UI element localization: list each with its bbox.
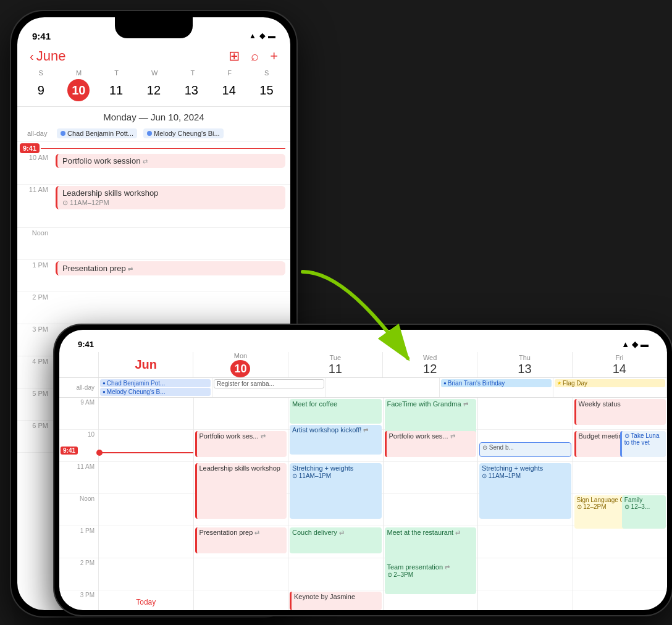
date-11[interactable]: 11 <box>105 79 127 101</box>
p2-wifi-icon: ◆ <box>632 340 638 349</box>
wed-1pm: Meet at the restaurant ⇄ <box>384 526 478 558</box>
p2-time-col-header <box>59 352 99 377</box>
fri-noon: Sign Language Club⊙ 12–2PM Family⊙ 12–3.… <box>573 494 668 526</box>
p2-time-labels: 9 AM 10 11 AM Noon 1 PM 2 PM 3 PM <box>59 398 99 610</box>
star-icon: ★ <box>557 380 561 386</box>
fri-2pm <box>573 558 668 590</box>
p2-col-wed[interactable]: Wed 12 <box>383 352 477 377</box>
p2-time-grid[interactable]: 9 AM 10 11 AM Noon 1 PM 2 PM 3 PM 9 <box>59 398 667 610</box>
weekday-mon: M <box>76 69 82 77</box>
wed-2pm: Team presentation ⇄ ⊙ 2–3PM <box>384 558 478 590</box>
tue-keynote-event[interactable]: Keynote by Jasmine <box>290 592 382 610</box>
allday-event-melody-label: Melody Cheung's Bi... <box>154 130 220 137</box>
p2-now-line: 9:41 <box>99 452 193 453</box>
allday-flagday-label: Flag Day <box>563 380 587 387</box>
mon-portfolio-event[interactable]: Portfolio work ses... ⇄ <box>195 431 287 457</box>
back-arrow-icon[interactable]: ‹ <box>30 49 34 64</box>
p2-today-btn[interactable]: Today <box>136 598 156 606</box>
p2-col-tue[interactable]: Tue 11 <box>288 352 383 377</box>
sync-icon-wed4: ⇄ <box>445 564 450 571</box>
p1-hour-10am: 10 AM Portfolio work session ⇄ <box>17 153 290 185</box>
thu-sendb-event[interactable]: ⊙ Send b... <box>479 442 571 457</box>
mon-presentation-event[interactable]: Presentation prep ⇄ <box>195 527 287 553</box>
p2-col-fri-label: Fri <box>615 354 623 361</box>
date-15[interactable]: 15 <box>255 79 277 101</box>
allday-samba[interactable]: Register for samba... <box>214 379 324 388</box>
p1-time-6pm: 6 PM <box>17 421 53 429</box>
p2-status-bar: 9:41 ▲ ◆ ▬ <box>59 330 667 352</box>
wed-10am: Portfolio work ses... ⇄ <box>384 430 478 462</box>
date-14[interactable]: 14 <box>218 79 240 101</box>
allday-event-chad[interactable]: Chad Benjamin Pott... <box>57 128 137 138</box>
thu-3pm <box>478 590 573 610</box>
p1-month-back[interactable]: ‹ June <box>30 48 65 64</box>
p1-time-2pm: 2 PM <box>17 292 53 301</box>
allday-event-melody[interactable]: Melody Cheung's Bi... <box>143 128 224 138</box>
fri-family-event[interactable]: Family⊙ 12–3... <box>622 495 666 529</box>
date-12[interactable]: 12 <box>143 79 165 101</box>
leadership-workshop-event[interactable]: Leadership skills workshop ⊙ 11AM–12PM <box>56 186 285 209</box>
grid-view-icon[interactable]: ⊞ <box>229 48 240 64</box>
weekday-sat: S <box>264 69 269 77</box>
p2-col-thu[interactable]: Thu 13 <box>477 352 572 377</box>
allday-melody[interactable]: ● Melody Cheung's B... <box>100 388 211 396</box>
date-13[interactable]: 13 <box>180 79 203 101</box>
p2-thu-col: ⊙ Send b... Stretching + weights⊙ 11AM–1… <box>478 398 573 610</box>
hour-11am: 11 AM <box>59 462 98 494</box>
p1-week-dates-row[interactable]: 9 10 11 12 13 14 15 <box>17 78 290 106</box>
tue-couch-event[interactable]: Couch delivery ⇄ <box>290 527 382 553</box>
presentation-prep-event[interactable]: Presentation prep ⇄ <box>56 261 285 275</box>
wed-team-presentation-event[interactable]: Team presentation ⇄ ⊙ 2–3PM <box>385 562 477 594</box>
p2-now-dot <box>96 450 103 456</box>
p2-column-headers: Jun Mon 10 Tue 11 Wed 12 <box>59 352 667 378</box>
wed-3pm <box>384 590 478 610</box>
fri-signlanguage-time: ⊙ 12–2PM <box>577 503 607 510</box>
thu-11am: Stretching + weights⊙ 11AM–1PM <box>478 462 573 494</box>
p2-col-mon[interactable]: Mon 10 <box>193 352 288 377</box>
sync-icon-wed2: ⇄ <box>450 433 455 440</box>
fri-weekly-status-event[interactable]: Weekly status <box>574 399 666 425</box>
allday-dot-melody: ● <box>103 389 106 395</box>
leadership-event-time: ⊙ 11AM–12PM <box>62 199 280 207</box>
p2-col-thu-date: 13 <box>518 362 531 376</box>
fri-family-time: ⊙ 12–3... <box>624 503 650 510</box>
battery-icon: ▬ <box>268 31 275 40</box>
p1-hour-2pm: 2 PM <box>17 292 290 324</box>
jun-hour-11 <box>99 462 193 494</box>
p1-time-5pm: 5 PM <box>17 388 53 397</box>
p2-mon-col: Portfolio work ses... ⇄ Leadership skill… <box>194 398 289 610</box>
notch <box>115 17 193 38</box>
date-9[interactable]: 9 <box>30 79 52 101</box>
allday-label: all-day <box>27 130 53 137</box>
p2-col-thu-label: Thu <box>519 354 531 361</box>
wed-portfolio-event[interactable]: Portfolio work ses... ⇄ <box>385 431 477 457</box>
thu-9am <box>478 398 573 430</box>
sync-icon-2: ⇄ <box>128 266 133 272</box>
p2-col-fri[interactable]: Fri 14 <box>573 352 667 377</box>
p1-hour-1pm: 1 PM Presentation prep ⇄ <box>17 260 290 292</box>
portfolio-work-event[interactable]: Portfolio work session ⇄ <box>56 154 285 168</box>
p2-tue-col: Meet for coffee Artist workshop kickoff!… <box>288 398 384 610</box>
p2-col-tue-date: 11 <box>329 362 342 376</box>
tue-meetforcoffee-event[interactable]: Meet for coffee <box>290 399 382 424</box>
allday-chad[interactable]: ● Chad Benjamin Pot... <box>100 379 211 387</box>
mon-2pm <box>194 558 288 590</box>
p1-month-label: June <box>36 48 66 64</box>
jun-hour-2 <box>99 558 193 590</box>
allday-flagday[interactable]: ★ Flag Day <box>555 379 665 387</box>
date-10-today[interactable]: 10 <box>67 79 90 101</box>
add-event-icon[interactable]: + <box>270 48 278 64</box>
hour-1pm: 1 PM <box>59 526 98 558</box>
fri-luna-event[interactable]: ⊙ Take Luna to the vet <box>620 431 666 457</box>
p2-calendar-grid: Jun Mon 10 Tue 11 Wed 12 <box>59 352 667 610</box>
p1-hour-noon: Noon <box>17 228 290 260</box>
thu-stretching-time: ⊙ 11AM–1PM <box>482 472 521 479</box>
mon-11am: Leadership skills workshop <box>194 462 288 494</box>
allday-brian[interactable]: ● Brian Tran's Birthday <box>441 379 552 387</box>
fri-3pm <box>573 590 668 610</box>
search-icon[interactable]: ⌕ <box>251 48 259 64</box>
mon-noon <box>194 494 288 526</box>
p1-status-icons: ▲ ◆ ▬ <box>249 31 275 40</box>
p1-hour-11am: 11 AM Leadership skills workshop ⊙ 11AM–… <box>17 185 290 228</box>
p1-allday-row: all-day Chad Benjamin Pott... Melody Che… <box>17 126 290 141</box>
